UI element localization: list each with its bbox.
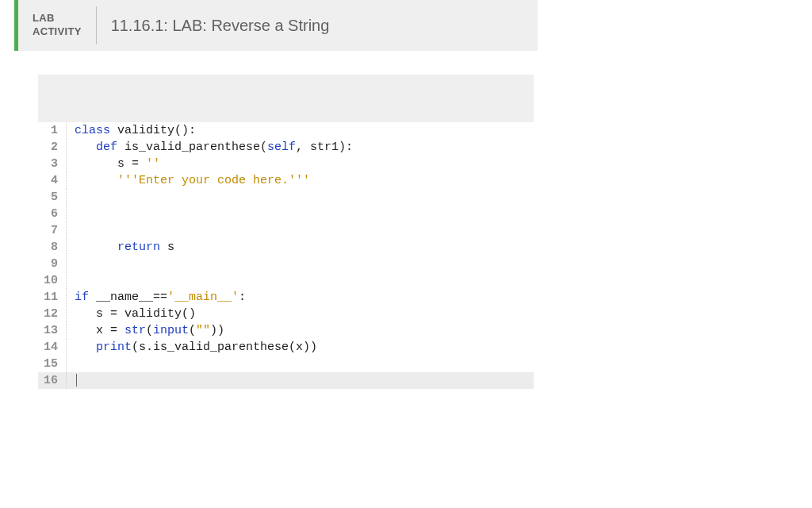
code-content[interactable]: return s bbox=[67, 239, 534, 256]
code-content[interactable] bbox=[67, 372, 534, 389]
code-line[interactable]: 1class validity(): bbox=[38, 122, 534, 139]
line-number: 3 bbox=[38, 156, 67, 172]
code-line[interactable]: 6 bbox=[38, 206, 534, 222]
line-number: 5 bbox=[38, 189, 67, 206]
line-number: 6 bbox=[38, 206, 67, 222]
activity-container: LAB ACTIVITY 11.16.1: LAB: Reverse a Str… bbox=[14, 0, 538, 389]
line-number: 13 bbox=[38, 322, 67, 339]
line-number: 2 bbox=[38, 139, 67, 156]
code-content[interactable] bbox=[67, 222, 534, 239]
code-content[interactable]: '''Enter your code here.''' bbox=[67, 172, 534, 189]
code-line[interactable]: 8 return s bbox=[38, 239, 534, 256]
code-line[interactable]: 7 bbox=[38, 222, 534, 239]
cursor bbox=[76, 374, 77, 387]
line-number: 9 bbox=[38, 256, 67, 272]
code-panel-wrap: 1class validity():2 def is_valid_parenth… bbox=[14, 51, 538, 389]
code-panel: 1class validity():2 def is_valid_parenth… bbox=[38, 75, 534, 389]
code-line[interactable]: 11if __name__=='__main__': bbox=[38, 289, 534, 306]
code-content[interactable] bbox=[67, 256, 534, 272]
line-number: 4 bbox=[38, 172, 67, 189]
line-number: 7 bbox=[38, 222, 67, 239]
activity-title: 11.16.1: LAB: Reverse a String bbox=[97, 0, 344, 51]
code-content[interactable] bbox=[67, 272, 534, 289]
code-content[interactable] bbox=[67, 356, 534, 372]
code-content[interactable]: s = validity() bbox=[67, 306, 534, 322]
line-number: 1 bbox=[38, 122, 67, 139]
code-line[interactable]: 16 bbox=[38, 372, 534, 389]
code-content[interactable] bbox=[67, 189, 534, 206]
code-content[interactable]: print(s.is_valid_parenthese(x)) bbox=[67, 339, 534, 356]
activity-type-badge: LAB ACTIVITY bbox=[18, 0, 96, 51]
code-content[interactable]: s = '' bbox=[67, 156, 534, 172]
code-line[interactable]: 14 print(s.is_valid_parenthese(x)) bbox=[38, 339, 534, 356]
code-content[interactable]: def is_valid_parenthese(self, str1): bbox=[67, 139, 534, 156]
code-content[interactable]: if __name__=='__main__': bbox=[67, 289, 534, 306]
code-content[interactable]: x = str(input("")) bbox=[67, 322, 534, 339]
code-line[interactable]: 2 def is_valid_parenthese(self, str1): bbox=[38, 139, 534, 156]
code-line[interactable]: 9 bbox=[38, 256, 534, 272]
badge-line-2: ACTIVITY bbox=[33, 25, 82, 39]
line-number: 11 bbox=[38, 289, 67, 306]
code-line[interactable]: 4 '''Enter your code here.''' bbox=[38, 172, 534, 189]
line-number: 16 bbox=[38, 372, 67, 389]
code-line[interactable]: 5 bbox=[38, 189, 534, 206]
code-line[interactable]: 12 s = validity() bbox=[38, 306, 534, 322]
code-content[interactable] bbox=[67, 206, 534, 222]
line-number: 10 bbox=[38, 272, 67, 289]
code-content[interactable]: class validity(): bbox=[67, 122, 534, 139]
code-line[interactable]: 13 x = str(input("")) bbox=[38, 322, 534, 339]
line-number: 8 bbox=[38, 239, 67, 256]
activity-header: LAB ACTIVITY 11.16.1: LAB: Reverse a Str… bbox=[14, 0, 538, 51]
code-editor[interactable]: 1class validity():2 def is_valid_parenth… bbox=[38, 122, 534, 389]
code-line[interactable]: 3 s = '' bbox=[38, 156, 534, 172]
code-line[interactable]: 15 bbox=[38, 356, 534, 372]
code-line[interactable]: 10 bbox=[38, 272, 534, 289]
line-number: 15 bbox=[38, 356, 67, 372]
badge-line-1: LAB bbox=[33, 12, 82, 25]
line-number: 14 bbox=[38, 339, 67, 356]
line-number: 12 bbox=[38, 306, 67, 322]
